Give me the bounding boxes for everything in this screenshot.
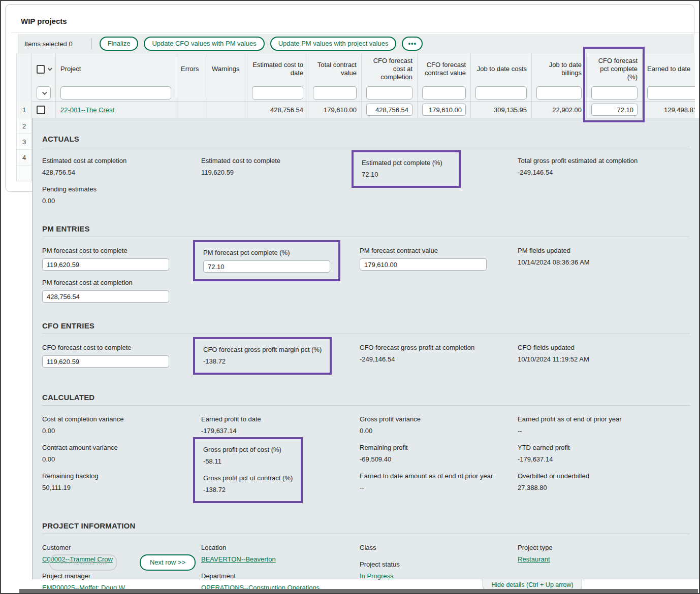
location-link[interactable]: BEAVERTON--Beaverton <box>201 555 276 563</box>
filter-cfo-pct-complete-input[interactable] <box>591 86 638 100</box>
chevron-down-icon[interactable] <box>47 66 52 71</box>
section-column: Total gross profit estimated at completi… <box>518 156 700 213</box>
field-value: -- <box>360 483 506 492</box>
pm-forecast-pct-complete-input[interactable] <box>203 260 330 273</box>
field-label: Estimated cost to complete <box>201 156 348 166</box>
project-link[interactable]: 22-001--The Crest <box>60 106 114 114</box>
select-all-checkbox[interactable] <box>37 65 45 74</box>
field-label: Department <box>201 572 348 581</box>
field-label: Gross profit pct of cost (%) <box>203 445 293 454</box>
row-number[interactable]: 4 <box>16 150 32 166</box>
col-header-errors[interactable]: Errors <box>181 65 202 73</box>
field-value: -179,637.14 <box>518 455 689 464</box>
cfo-forecast-cost-to-complete-input[interactable] <box>42 355 169 368</box>
finalize-button[interactable]: Finalize <box>100 37 139 51</box>
section-divider <box>42 334 690 334</box>
highlight-box: PM forecast pct complete (%) <box>193 240 340 281</box>
cfo-cost-at-completion-input[interactable] <box>366 104 412 116</box>
col-header-est-cost-to-date[interactable]: Estimated cost to date <box>252 61 303 77</box>
section-grid: Cost at completion variance0.00Contract … <box>42 415 700 510</box>
field-label: PM forecast cost at completion <box>42 278 190 287</box>
filter-cfo-cost-at-completion-input[interactable] <box>366 86 412 100</box>
pm-forecast-contract-value-input[interactable] <box>360 258 487 271</box>
row-checkbox[interactable] <box>37 106 45 114</box>
more-actions-button[interactable]: ••• <box>402 37 423 51</box>
section-column: CFO forecast gross profit at completion-… <box>360 343 518 382</box>
section-divider <box>42 147 690 147</box>
field-value: 0.00 <box>42 196 190 206</box>
errors-cell <box>176 102 207 118</box>
field-pm-fields-updated: PM fields updated10/14/2024 08:36:36 AM <box>518 246 689 267</box>
col-header-project[interactable]: Project <box>60 65 171 73</box>
col-header-warnings[interactable]: Warnings <box>212 65 242 73</box>
field-value: Restaurant <box>518 555 689 564</box>
field-cfo-forecast-cost-to-complete: CFO forecast cost to complete <box>42 343 190 368</box>
row-number[interactable]: 1 <box>16 102 32 118</box>
filter-est-cost-to-date-input[interactable] <box>252 86 303 100</box>
field-contract-amount-variance: Contract amount variance0.00 <box>42 443 190 464</box>
field-value: 50,111.19 <box>42 483 190 492</box>
section-title: PROJECT INFORMATION <box>42 521 700 530</box>
field-project-status: Project statusIn Progress <box>360 560 506 581</box>
horizontal-scrollbar[interactable] <box>19 589 698 593</box>
next-row-button[interactable]: Next row >> <box>140 554 196 571</box>
section-title: PM ENTRIES <box>42 224 700 233</box>
field-pm-forecast-cost-at-completion: PM forecast cost at completion <box>42 278 190 303</box>
cfo-pct-complete-input[interactable] <box>591 104 638 116</box>
section-column: PM forecast cost to completePM forecast … <box>42 246 201 310</box>
field-value: 10/14/2024 08:36:36 AM <box>518 258 689 267</box>
table-row: 1 22-001--The Crest 428,756.54 179,610.0… <box>16 102 695 118</box>
row-number[interactable]: 2 <box>16 118 32 134</box>
highlight-box: CFO forecast gross profit margin pct (%)… <box>193 337 332 375</box>
field-value: -138.72 <box>203 357 322 366</box>
grid-filter-row <box>16 85 695 102</box>
section-column: Estimated pct complete (%)72.10 <box>360 156 518 213</box>
field-label: Remaining profit <box>360 443 506 452</box>
section-divider <box>42 534 690 534</box>
col-header-jtd-billings[interactable]: Job to date billings <box>536 61 582 77</box>
jtd-costs-cell: 309,135.95 <box>471 102 532 118</box>
previous-row-button[interactable]: << Previous row <box>49 554 117 571</box>
field-pm-forecast-contract-value: PM forecast contract value <box>360 246 506 271</box>
col-header-jtd-costs[interactable]: Job to date costs <box>475 65 527 73</box>
filter-project-input[interactable] <box>60 86 171 100</box>
col-header-cfo-contract-value[interactable]: CFO forecast contract value <box>422 61 466 77</box>
field-value: 0.00 <box>360 426 506 436</box>
field-label: PM forecast cost to complete <box>42 246 190 255</box>
project-status-link[interactable]: In Progress <box>360 572 393 580</box>
col-header-total-contract-value[interactable]: Total contract value <box>313 61 357 77</box>
filter-earned-to-date-input[interactable] <box>647 86 695 100</box>
filter-dropdown-button[interactable] <box>37 86 51 100</box>
field-cost-at-completion-variance: Cost at completion variance0.00 <box>42 415 190 436</box>
field-label: Project type <box>518 543 667 552</box>
update-pm-values-button[interactable]: Update PM values with project values <box>270 37 397 51</box>
field-earned-profit-to-date: Earned profit to date-179,637.14 <box>201 415 348 436</box>
section-pm-entries: PM ENTRIESPM forecast cost to completePM… <box>42 224 700 310</box>
title-divider <box>11 32 699 33</box>
col-header-cfo-cost-at-completion[interactable]: CFO forecast cost at completion <box>366 57 412 81</box>
pm-forecast-cost-at-completion-input[interactable] <box>42 290 169 303</box>
filter-total-contract-value-input[interactable] <box>313 86 357 100</box>
row-number[interactable]: 3 <box>16 134 32 150</box>
filter-jtd-costs-input[interactable] <box>475 86 527 100</box>
cfo-contract-value-input[interactable] <box>422 104 466 116</box>
field-pm-forecast-cost-to-complete: PM forecast cost to complete <box>42 246 190 271</box>
col-header-cfo-pct-complete[interactable]: CFO forecast pct complete (%) <box>591 57 638 81</box>
est-cost-to-date-cell: 428,756.54 <box>247 102 308 118</box>
field-label: Earned profit as of end of prior year <box>518 415 667 424</box>
jtd-billings-cell: 22,902.00 <box>532 102 587 118</box>
filter-cfo-contract-value-input[interactable] <box>422 86 466 100</box>
section-divider <box>42 237 690 237</box>
field-value: -69,509.40 <box>360 455 506 464</box>
update-cfo-values-button[interactable]: Update CFO values with PM values <box>144 37 264 51</box>
section-title: CALCULATED <box>42 393 700 402</box>
filter-jtd-billings-input[interactable] <box>536 86 582 100</box>
field-label: Contract amount variance <box>42 443 190 452</box>
project-type-link[interactable]: Restaurant <box>518 555 550 563</box>
section-calculated: CALCULATEDCost at completion variance0.0… <box>42 393 700 510</box>
field-value: 72.10 <box>362 170 451 179</box>
field-label: YTD earned profit <box>518 443 667 452</box>
field-label: Total gross profit estimated at completi… <box>518 156 667 166</box>
pm-forecast-cost-to-complete-input[interactable] <box>42 258 169 271</box>
col-header-earned-to-date[interactable]: Earned to date <box>647 65 695 73</box>
